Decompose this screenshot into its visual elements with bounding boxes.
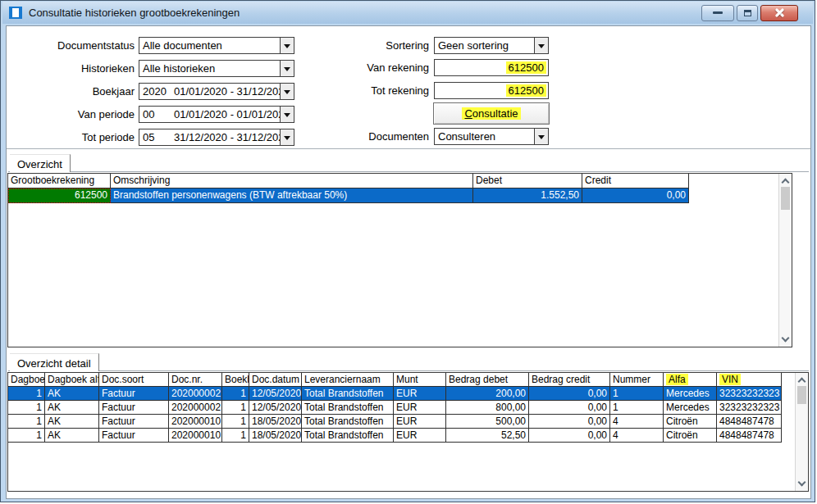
tot-rekening-input[interactable]: 612500 <box>434 82 549 99</box>
table-cell[interactable]: Total Brandstoffen <box>302 401 394 415</box>
table-cell[interactable]: 12/05/2020 <box>249 387 302 401</box>
table-cell[interactable]: 202000002 <box>169 387 222 401</box>
table-cell[interactable]: AK <box>45 387 99 401</box>
chevron-down-icon[interactable] <box>280 129 294 145</box>
table-cell[interactable]: 1 <box>8 429 45 443</box>
table-row[interactable]: 1AKFactuur202000010118/05/2020Total Bran… <box>8 429 782 443</box>
chevron-down-icon[interactable] <box>280 84 294 99</box>
column-header[interactable]: Nummer <box>610 373 664 387</box>
column-header[interactable]: VIN <box>717 373 782 387</box>
van-rekening-input[interactable]: 612500 <box>434 59 549 76</box>
table-cell[interactable]: 800,00 <box>446 401 529 415</box>
table-cell[interactable]: 1.552,50 <box>473 188 582 203</box>
maximize-button[interactable] <box>737 5 758 21</box>
sortering-select[interactable]: Geen sortering <box>434 37 549 54</box>
table-cell[interactable]: Citroën <box>664 415 717 429</box>
table-cell[interactable]: 0,00 <box>529 429 610 443</box>
table-cell[interactable]: 1 <box>8 415 45 429</box>
column-header[interactable]: Doc.soort <box>99 373 169 387</box>
table-cell[interactable]: 1 <box>8 401 45 415</box>
table-cell[interactable]: 202000002 <box>169 401 222 415</box>
table-cell[interactable]: 4 <box>610 429 664 443</box>
table-row[interactable]: 612500Brandstoffen personenwagens (BTW a… <box>8 188 689 203</box>
column-header[interactable]: Alfa <box>664 373 717 387</box>
table-cell[interactable]: 32323232323 <box>717 401 782 415</box>
van-periode-select[interactable]: 0001/01/2020 - 01/01/2020 <box>139 106 294 123</box>
table-cell[interactable]: Total Brandstoffen <box>302 387 394 401</box>
table-cell[interactable]: 1 <box>610 401 664 415</box>
table-cell[interactable]: Total Brandstoffen <box>302 415 394 429</box>
table-cell[interactable]: EUR <box>394 429 446 443</box>
table-cell[interactable]: EUR <box>394 387 446 401</box>
documentstatus-select[interactable]: Alle documenten <box>139 37 294 54</box>
table-cell[interactable]: Factuur <box>99 415 169 429</box>
table-cell[interactable]: 1 <box>222 401 249 415</box>
tab-overzicht-detail[interactable]: Overzicht detail <box>10 353 99 371</box>
consultatie-button[interactable]: Consultatie <box>433 102 550 125</box>
table-cell[interactable]: 4848487478 <box>717 429 782 443</box>
table-cell[interactable]: 202000010 <box>169 429 222 443</box>
table-cell[interactable]: 0,00 <box>529 401 610 415</box>
chevron-down-icon[interactable] <box>534 129 548 144</box>
table-row[interactable]: 1AKFactuur202000010118/05/2020Total Bran… <box>8 415 782 429</box>
table-row[interactable]: 1AKFactuur202000002112/05/2020Total Bran… <box>8 387 782 401</box>
column-header[interactable]: Boekh <box>222 373 249 387</box>
table-cell[interactable]: 1 <box>222 387 249 401</box>
table-row[interactable]: 1AKFactuur202000002112/05/2020Total Bran… <box>8 401 782 415</box>
historieken-select[interactable]: Alle historieken <box>139 60 294 77</box>
table-cell[interactable]: 18/05/2020 <box>249 429 302 443</box>
tab-overzicht[interactable]: Overzicht <box>10 154 71 172</box>
scroll-down-icon[interactable] <box>796 478 808 490</box>
table-cell[interactable]: 0,00 <box>529 387 610 401</box>
column-header[interactable]: Doc.nr. <box>169 373 222 387</box>
scrollbar-thumb[interactable] <box>797 386 806 404</box>
column-header[interactable]: Dagboe <box>8 373 45 387</box>
scroll-up-icon[interactable] <box>779 175 792 187</box>
minimize-button[interactable] <box>701 5 734 21</box>
tot-periode-select[interactable]: 0531/12/2020 - 31/12/2020 <box>139 129 294 146</box>
table-cell[interactable]: 1 <box>222 415 249 429</box>
table-cell[interactable]: Factuur <box>99 429 169 443</box>
table-cell[interactable]: 1 <box>222 429 249 443</box>
table-cell[interactable]: 612500 <box>8 188 111 203</box>
chevron-down-icon[interactable] <box>280 38 294 53</box>
close-button[interactable] <box>760 5 798 21</box>
table-cell[interactable]: 0,00 <box>582 188 689 203</box>
column-header[interactable]: Bedrag credit <box>529 373 610 387</box>
chevron-down-icon[interactable] <box>280 61 294 76</box>
table-cell[interactable]: 4 <box>610 415 664 429</box>
column-header[interactable]: Debet <box>473 174 582 188</box>
table-cell[interactable]: 0,00 <box>529 415 610 429</box>
column-header[interactable]: Dagboek alfa <box>45 373 99 387</box>
table-cell[interactable]: Mercedes <box>664 387 717 401</box>
overzicht-scrollbar[interactable] <box>778 174 792 347</box>
table-cell[interactable]: AK <box>45 429 99 443</box>
table-cell[interactable]: 4848487478 <box>717 415 782 429</box>
table-cell[interactable]: EUR <box>394 401 446 415</box>
table-cell[interactable]: Citroën <box>664 429 717 443</box>
overzicht-detail-scrollbar[interactable] <box>795 373 808 491</box>
scroll-down-icon[interactable] <box>779 334 792 346</box>
table-cell[interactable]: 500,00 <box>446 415 529 429</box>
column-header[interactable]: Doc.datum <box>249 373 302 387</box>
table-cell[interactable]: 32323232323 <box>717 387 782 401</box>
table-cell[interactable]: Factuur <box>99 401 169 415</box>
table-cell[interactable]: 18/05/2020 <box>249 415 302 429</box>
table-cell[interactable]: Mercedes <box>664 401 717 415</box>
column-header[interactable]: Grootboekrekening <box>8 174 111 188</box>
chevron-down-icon[interactable] <box>534 38 548 53</box>
column-header[interactable]: Credit <box>582 174 689 188</box>
column-header[interactable]: Leveranciernaam <box>302 373 394 387</box>
boekjaar-select[interactable]: 202001/01/2020 - 31/12/2020 <box>139 83 294 100</box>
chevron-down-icon[interactable] <box>280 107 294 122</box>
table-cell[interactable]: AK <box>45 415 99 429</box>
table-cell[interactable]: 202000010 <box>169 415 222 429</box>
column-header[interactable]: Bedrag debet <box>446 373 529 387</box>
documenten-select[interactable]: Consulteren <box>434 128 549 145</box>
table-cell[interactable]: 200,00 <box>446 387 529 401</box>
table-cell[interactable]: 1 <box>8 387 45 401</box>
table-cell[interactable]: Total Brandstoffen <box>302 429 394 443</box>
table-cell[interactable]: 1 <box>610 387 664 401</box>
table-cell[interactable]: EUR <box>394 415 446 429</box>
table-cell[interactable]: 12/05/2020 <box>249 401 302 415</box>
